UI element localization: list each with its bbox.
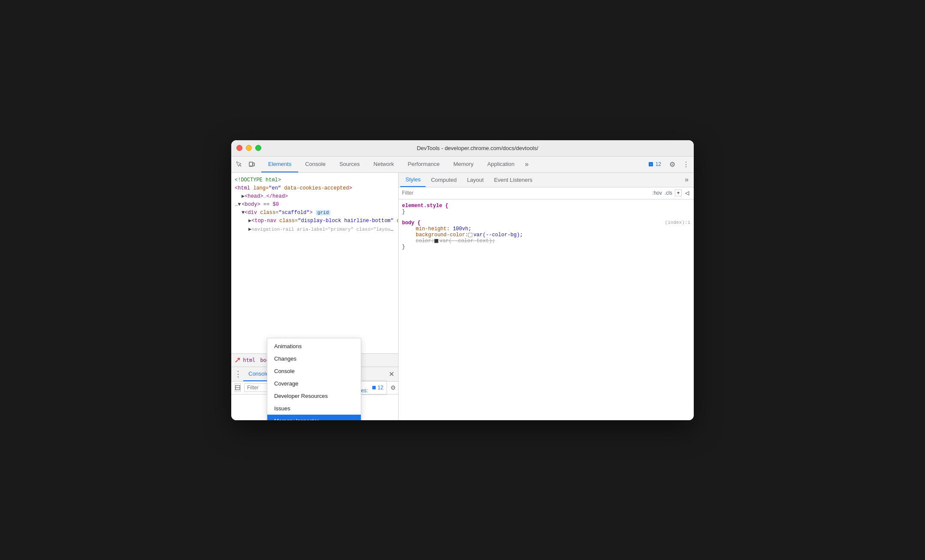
style-location-body: (index):1	[665, 220, 690, 226]
style-rule-body: body { (index):1 min-height: 100vh; back…	[402, 220, 690, 250]
html-line-body: …▼<body> == $0	[233, 201, 396, 209]
device-icon[interactable]	[246, 158, 258, 170]
style-selector-body[interactable]: body { (index):1	[402, 220, 690, 226]
right-panel: Styles Computed Layout Event Listeners »…	[399, 173, 694, 420]
main-area: <!DOCTYPE html> <html lang="en" data-coo…	[231, 173, 694, 420]
style-close-body: }	[402, 244, 690, 250]
devtools-window: DevTools - developer.chrome.com/docs/dev…	[231, 140, 694, 420]
breadcrumb-html[interactable]: html	[243, 357, 255, 363]
tab-console[interactable]: Console	[298, 157, 333, 172]
html-line-nav: ▶navigation-rail aria-label="primary" cl…	[247, 226, 396, 234]
console-layout-icon[interactable]	[235, 383, 241, 392]
drawer-close-button[interactable]: ✕	[386, 369, 396, 379]
styles-tab-computed[interactable]: Computed	[426, 173, 462, 187]
style-prop-min-height[interactable]: min-height: 100vh;	[409, 226, 690, 232]
tab-network[interactable]: Network	[367, 157, 401, 172]
menu-item-changes[interactable]: Changes	[267, 352, 361, 365]
style-close-element: }	[402, 209, 690, 215]
tab-memory[interactable]: Memory	[447, 157, 481, 172]
tab-application[interactable]: Application	[481, 157, 522, 172]
minimize-button[interactable]	[246, 145, 252, 151]
issues-count: 12	[656, 161, 661, 167]
filter-hov[interactable]: :hov	[652, 190, 662, 196]
color-swatch-bg	[468, 233, 472, 237]
menu-item-issues[interactable]: Issues	[267, 402, 361, 415]
menu-item-animations[interactable]: Animations	[267, 340, 361, 352]
style-prop-color[interactable]: color: var(--color-text);	[409, 238, 690, 244]
styles-tab-layout[interactable]: Layout	[462, 173, 489, 187]
settings-icon[interactable]: ⚙	[666, 158, 678, 170]
style-selector-element[interactable]: element.style {	[402, 203, 690, 209]
styles-filter-input[interactable]	[402, 190, 652, 196]
tab-elements[interactable]: Elements	[261, 157, 298, 172]
html-line-topnav: ▶<top-nav class="display-block hairline-…	[247, 217, 396, 225]
menu-item-developer-resources[interactable]: Developer Resources	[267, 390, 361, 402]
color-swatch-text	[434, 239, 438, 243]
close-button[interactable]	[236, 145, 242, 151]
html-line-head: ▶<head>…</head>	[240, 193, 396, 201]
dropdown-menu: Animations Changes Console Coverage Deve…	[267, 338, 361, 420]
menu-item-memory-inspector[interactable]: Memory Inspector	[267, 415, 361, 420]
toolbar-icons	[233, 158, 258, 170]
html-line-doctype: <!DOCTYPE html>	[233, 176, 396, 184]
html-line-div: ▼<div class="scaffold"> grid	[240, 209, 396, 217]
styles-content: element.style { } body { (index):1	[399, 199, 694, 420]
top-toolbar: Elements Console Sources Network Perform…	[231, 157, 694, 173]
red-arrow-icon: ➘	[235, 355, 240, 365]
cursor-icon[interactable]	[233, 158, 245, 170]
html-line-html: <html lang="en" data-cookies-accepted>	[233, 184, 396, 193]
tab-sources[interactable]: Sources	[333, 157, 367, 172]
add-style-icon[interactable]: +	[675, 190, 682, 196]
filter-cls[interactable]: .cls	[665, 190, 672, 196]
style-prop-bg[interactable]: background-color: var(--color-bg);	[409, 232, 690, 238]
issues-badge[interactable]: ! 12	[644, 160, 665, 169]
menu-item-console[interactable]: Console	[267, 365, 361, 377]
svg-text:!: !	[650, 163, 651, 166]
styles-tabs: Styles Computed Layout Event Listeners »	[399, 173, 694, 187]
element-state-icon[interactable]: ◁	[683, 190, 690, 196]
styles-filter-bar: :hov .cls + ◁	[399, 187, 694, 199]
console-settings-icon[interactable]: ⚙	[390, 382, 396, 394]
window-title: DevTools - developer.chrome.com/docs/dev…	[266, 145, 689, 151]
traffic-lights	[236, 145, 261, 151]
toolbar-right: ! 12 ⚙ ⋮	[644, 158, 692, 170]
more-options-icon[interactable]: ⋮	[680, 158, 692, 170]
styles-tab-styles[interactable]: Styles	[400, 173, 426, 187]
more-tabs-button[interactable]: »	[521, 157, 532, 172]
devtools: Elements Console Sources Network Perform…	[231, 157, 694, 420]
styles-tab-event-listeners[interactable]: Event Listeners	[489, 173, 538, 187]
styles-more-icon[interactable]: »	[681, 176, 692, 184]
elements-pane[interactable]: <!DOCTYPE html> <html lang="en" data-coo…	[231, 173, 398, 353]
title-bar: DevTools - developer.chrome.com/docs/dev…	[231, 140, 694, 157]
tab-performance[interactable]: Performance	[401, 157, 446, 172]
main-tabs: Elements Console Sources Network Perform…	[261, 157, 532, 172]
maximize-button[interactable]	[255, 145, 261, 151]
svg-rect-1	[253, 163, 254, 166]
style-rule-element: element.style { }	[402, 203, 690, 215]
menu-item-coverage[interactable]: Coverage	[267, 377, 361, 390]
drawer-dots-icon[interactable]: ⋮	[233, 369, 243, 379]
